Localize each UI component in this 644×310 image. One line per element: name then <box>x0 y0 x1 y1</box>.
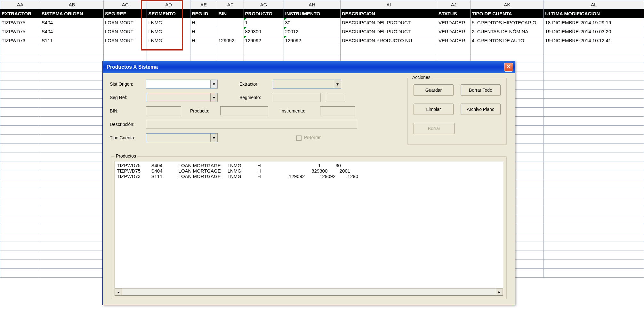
cell[interactable] <box>544 99 644 108</box>
column-header-AG[interactable]: AG <box>244 0 284 9</box>
cell[interactable] <box>544 135 644 143</box>
data-row[interactable]: TIZPWD73S111LOAN MORTLNMGH12909212909212… <box>0 36 644 45</box>
cell[interactable] <box>40 188 104 197</box>
cell[interactable] <box>284 45 340 54</box>
cell[interactable] <box>544 72 644 81</box>
cell[interactable] <box>147 45 190 54</box>
cell[interactable] <box>40 72 104 81</box>
cell[interactable] <box>544 126 644 135</box>
cell[interactable] <box>0 63 40 72</box>
cell[interactable] <box>544 260 644 269</box>
empty-row[interactable] <box>0 45 644 54</box>
cell[interactable] <box>40 152 104 161</box>
cell[interactable]: 4. CREDITOS DE AUTO <box>471 36 544 45</box>
list-item[interactable]: TIZPWD75 S404 LOAN MORTGAGE LNMG H 82930… <box>117 168 501 174</box>
cell[interactable] <box>0 135 40 143</box>
cell[interactable]: 19-DICIEMBRE-2014 10:12:41 <box>544 36 644 45</box>
cell[interactable]: LOAN MORT <box>104 18 147 27</box>
cell[interactable]: H <box>190 27 217 36</box>
cell[interactable] <box>40 81 104 90</box>
cell[interactable]: TIZPWD73 <box>0 36 40 45</box>
cell[interactable] <box>544 224 644 233</box>
cell[interactable] <box>471 45 544 54</box>
cell[interactable] <box>40 206 104 215</box>
cell[interactable] <box>40 108 104 117</box>
column-header-AI[interactable]: AI <box>340 0 437 9</box>
cell[interactable] <box>544 188 644 197</box>
cell[interactable] <box>40 251 104 260</box>
cell[interactable]: 30 <box>284 18 340 27</box>
cell[interactable]: DESCRIPCION DEL PRODUCT <box>340 18 437 27</box>
sist-origen-combo[interactable]: ▾ <box>146 80 218 89</box>
cell[interactable] <box>544 81 644 90</box>
dialog-titlebar[interactable]: Productos X Sistema <box>103 61 515 73</box>
cell[interactable] <box>544 117 644 126</box>
cell[interactable] <box>544 215 644 224</box>
cell[interactable] <box>544 206 644 215</box>
column-header-AH[interactable]: AH <box>284 0 340 9</box>
column-header-AF[interactable]: AF <box>217 0 244 9</box>
cell[interactable] <box>0 233 40 242</box>
cell[interactable]: LNMG <box>147 27 190 36</box>
cell[interactable]: H <box>190 18 217 27</box>
cell[interactable] <box>217 45 244 54</box>
cell[interactable] <box>0 99 40 108</box>
borrar-todo-button[interactable]: Borrar Todo <box>461 84 501 96</box>
cell[interactable] <box>40 269 104 278</box>
list-item[interactable]: TIZPWD75 S404 LOAN MORTGAGE LNMG H 1 30 <box>117 163 501 168</box>
cell[interactable] <box>544 197 644 206</box>
column-header-AE[interactable]: AE <box>190 0 217 9</box>
cell[interactable] <box>244 45 284 54</box>
column-header-AK[interactable]: AK <box>471 0 544 9</box>
column-header-AD[interactable]: AD <box>147 0 190 9</box>
cell[interactable] <box>40 197 104 206</box>
cell[interactable] <box>0 161 40 170</box>
cell[interactable] <box>0 126 40 135</box>
cell[interactable]: 129092 <box>284 36 340 45</box>
cell[interactable] <box>0 197 40 206</box>
cell[interactable]: VERDADER <box>437 18 470 27</box>
cell[interactable] <box>40 170 104 179</box>
cell[interactable] <box>40 63 104 72</box>
data-row[interactable]: TIZPWD75S404LOAN MORTLNMGH82930020012DES… <box>0 27 644 36</box>
cell[interactable] <box>544 152 644 161</box>
cell[interactable] <box>104 45 147 54</box>
cell[interactable] <box>190 45 217 54</box>
data-row[interactable]: TIZPWD75S404LOAN MORTLNMGH130DESCRIPCION… <box>0 18 644 27</box>
cell[interactable] <box>40 233 104 242</box>
cell[interactable] <box>40 90 104 99</box>
cell[interactable]: 129092 <box>217 36 244 45</box>
cell[interactable] <box>40 224 104 233</box>
cell[interactable] <box>0 179 40 188</box>
cell[interactable]: LNMG <box>147 18 190 27</box>
cell[interactable]: DESCRIPCION PRODUCTO NU <box>340 36 437 45</box>
cell[interactable] <box>0 81 40 90</box>
cell[interactable] <box>437 45 470 54</box>
cell[interactable]: VERDADER <box>437 36 470 45</box>
cell[interactable] <box>0 72 40 81</box>
cell[interactable] <box>40 143 104 152</box>
cell[interactable] <box>40 99 104 108</box>
cell[interactable]: S111 <box>40 36 104 45</box>
cell[interactable] <box>40 135 104 143</box>
cell[interactable]: S404 <box>40 27 104 36</box>
cell[interactable] <box>40 215 104 224</box>
cell[interactable]: VERDADER <box>437 27 470 36</box>
cell[interactable] <box>40 260 104 269</box>
cell[interactable] <box>544 170 644 179</box>
cell[interactable] <box>544 63 644 72</box>
column-header-AA[interactable]: AA <box>0 0 40 9</box>
cell[interactable]: 18-DICIEMBRE-2014 19:29:19 <box>544 18 644 27</box>
cell[interactable] <box>0 117 40 126</box>
archivo-plano-button[interactable]: Archivo Plano <box>461 104 501 115</box>
cell[interactable]: 829300 <box>244 27 284 36</box>
cell[interactable] <box>0 260 40 269</box>
cell[interactable] <box>544 179 644 188</box>
cell[interactable] <box>40 161 104 170</box>
cell[interactable]: 5. CREDITOS HIPOTECARIO <box>471 18 544 27</box>
cell[interactable] <box>544 161 644 170</box>
cell[interactable] <box>544 233 644 242</box>
cell[interactable] <box>0 188 40 197</box>
column-header-AJ[interactable]: AJ <box>437 0 470 9</box>
cell[interactable] <box>0 215 40 224</box>
